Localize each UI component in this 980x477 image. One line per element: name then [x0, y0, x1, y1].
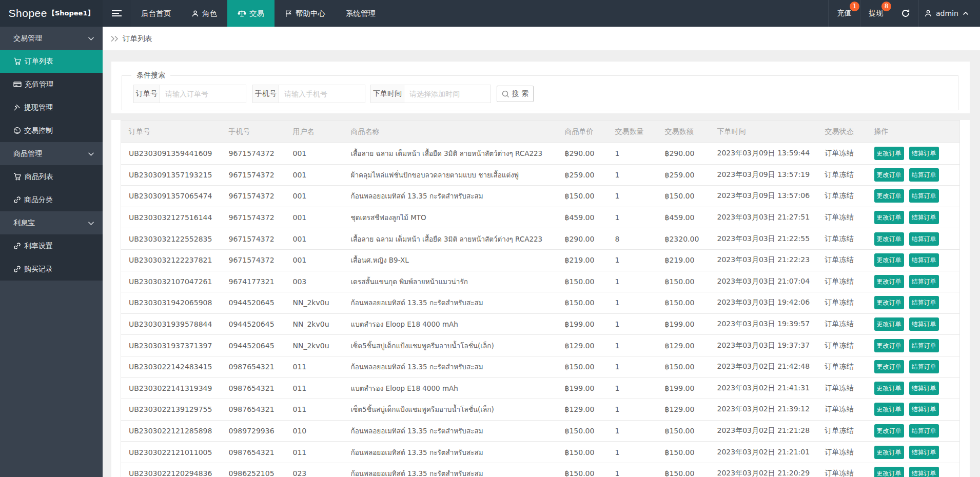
user-cell: 010 [285, 420, 343, 442]
settle-order-button[interactable]: 结算订单 [909, 232, 939, 246]
settle-order-button[interactable]: 结算订单 [909, 339, 939, 352]
refresh-button[interactable] [892, 0, 918, 27]
time-cell: 2023年03月03日 21:27:51 [710, 207, 817, 228]
modify-order-button[interactable]: 更改订单 [874, 232, 904, 246]
qty-cell: 1 [607, 420, 657, 442]
sidebar-item-商品分类[interactable]: 商品分类 [0, 188, 103, 211]
sidebar-item-充值管理[interactable]: 充值管理 [0, 73, 103, 96]
sidebar-item-利率设置[interactable]: 利率设置 [0, 234, 103, 257]
settle-order-button[interactable]: 结算订单 [909, 382, 939, 395]
nav-item-5[interactable]: 系统管理 [336, 0, 386, 27]
sidebar-item-商品列表[interactable]: 商品列表 [0, 165, 103, 188]
amount-cell: ฿290.00 [657, 143, 710, 165]
qty-cell: 1 [607, 186, 657, 207]
sidebar-group-1[interactable]: 交易管理 [0, 27, 103, 50]
status-cell: 订单冻结 [817, 143, 867, 165]
order-row: UB23030319395788440944520645NN_2kv0uแบตส… [121, 313, 960, 335]
link-icon [13, 242, 24, 250]
order-time-input[interactable] [404, 85, 491, 103]
order-no-cell: UB2303022142483415 [121, 356, 221, 377]
modify-order-button[interactable]: 更改订单 [874, 446, 904, 459]
settle-order-button[interactable]: 结算订单 [909, 189, 939, 203]
status-cell: 订单冻结 [817, 420, 867, 442]
qty-cell: 1 [607, 399, 657, 421]
product-cell: ชุดเดรสชีฟองลูกไม้ MTO [343, 207, 557, 228]
user-menu[interactable]: admin [918, 0, 980, 27]
modify-order-button[interactable]: 更改订单 [874, 189, 904, 203]
nav-item-1[interactable]: 后台首页 [131, 0, 181, 27]
modify-order-button[interactable]: 更改订单 [874, 253, 904, 267]
settle-order-button[interactable]: 结算订单 [909, 424, 939, 438]
order-no-input[interactable] [160, 85, 246, 103]
settle-order-button[interactable]: 结算订单 [909, 317, 939, 331]
withdraw-badge: 8 [881, 2, 891, 11]
column-header: 商品名称 [343, 121, 557, 143]
phone-input[interactable] [279, 85, 365, 103]
search-panel: 条件搜索 订单号 手机号 下单时间 搜 索 [111, 62, 970, 113]
qty-cell: 1 [607, 356, 657, 377]
settle-order-button[interactable]: 结算订单 [909, 296, 939, 309]
user-cell: 023 [285, 463, 343, 477]
modify-order-button[interactable]: 更改订单 [874, 317, 904, 331]
modify-order-button[interactable]: 更改订单 [874, 275, 904, 288]
nav-item-4[interactable]: 帮助中心 [275, 0, 336, 27]
order-no-cell: UB2303022121011005 [121, 442, 221, 463]
settle-order-button[interactable]: 结算订单 [909, 360, 939, 373]
modify-order-button[interactable]: 更改订单 [874, 360, 904, 373]
sidebar-group-3[interactable]: 利息宝 [0, 211, 103, 234]
search-button[interactable]: 搜 索 [497, 86, 534, 102]
modify-order-button[interactable]: 更改订单 [874, 296, 904, 309]
sidebar-item-提现管理[interactable]: 提现管理 [0, 96, 103, 119]
sidebar-item-交易控制[interactable]: 交易控制 [0, 119, 103, 142]
orders-table: 订单号手机号用户名商品名称商品单价交易数量交易数额下单时间交易状态操作 UB23… [121, 120, 960, 477]
actions-cell: 更改订单结算订单 [867, 356, 960, 377]
withdraw-nav-button[interactable]: 提现 8 [860, 0, 892, 27]
sidebar-group-2[interactable]: 商品管理 [0, 142, 103, 165]
cart-icon [13, 57, 25, 65]
modify-order-button[interactable]: 更改订单 [874, 467, 904, 477]
product-cell: ก้อนพลอยอเมทิสต์ 13.35 กะรัตสำหรับสะสม [343, 356, 557, 377]
modify-order-button[interactable]: 更改订单 [874, 147, 904, 160]
status-cell: 订单冻结 [817, 271, 867, 292]
sidebar-item-订单列表[interactable]: 订单列表 [0, 50, 103, 73]
search-fieldset: 条件搜索 订单号 手机号 下单时间 搜 索 [122, 71, 958, 110]
settle-order-button[interactable]: 结算订单 [909, 467, 939, 477]
modify-order-button[interactable]: 更改订单 [874, 403, 904, 416]
modify-order-button[interactable]: 更改订单 [874, 339, 904, 352]
nav-item-3[interactable]: 交易 [227, 0, 275, 27]
settle-order-button[interactable]: 结算订单 [909, 168, 939, 182]
price-cell: ฿290.00 [557, 228, 607, 250]
modify-order-button[interactable]: 更改订单 [874, 211, 904, 224]
settle-order-button[interactable]: 结算订单 [909, 147, 939, 160]
product-cell: แบตสำรอง Eloop E18 4000 mAh [343, 313, 557, 335]
recharge-nav-button[interactable]: 充值 1 [828, 0, 860, 27]
amount-cell: ฿150.00 [657, 271, 710, 292]
settle-order-button[interactable]: 结算订单 [909, 403, 939, 416]
top-navbar: Shopee 【Shopee1】 后台首页角色交易帮助中心系统管理 充值 1 提… [0, 0, 980, 27]
settle-order-button[interactable]: 结算订单 [909, 275, 939, 288]
nav-item-2[interactable]: 角色 [181, 0, 227, 27]
time-cell: 2023年03月02日 21:42:48 [710, 356, 817, 377]
status-cell: 订单冻结 [817, 442, 867, 463]
chevron-down-icon [88, 34, 94, 43]
sidebar-item-购买记录[interactable]: 购买记录 [0, 257, 103, 281]
modify-order-button[interactable]: 更改订单 [874, 424, 904, 438]
amount-cell: ฿459.00 [657, 207, 710, 228]
settle-order-button[interactable]: 结算订单 [909, 211, 939, 224]
order-no-cell: UB2303091357065474 [121, 186, 221, 207]
actions-cell: 更改订单结算订单 [867, 228, 960, 250]
gauge-icon [13, 127, 24, 134]
settle-order-button[interactable]: 结算订单 [909, 253, 939, 267]
order-row: UB23030221202948360986252105023ก้อนพลอยอ… [121, 463, 960, 477]
settle-order-button[interactable]: 结算订单 [909, 446, 939, 459]
product-cell: เซ็ต5ชิ้นสบู่เด็กแป้งแชมพูครีมอาบน้ำโลชั… [343, 335, 557, 356]
sidebar-toggle-button[interactable] [103, 0, 131, 27]
time-cell: 2023年03月09日 13:57:19 [710, 164, 817, 186]
modify-order-button[interactable]: 更改订单 [874, 382, 904, 395]
phone-cell: 0989729936 [221, 420, 285, 442]
order-no-cell: UB2303032122237821 [121, 249, 221, 271]
modify-order-button[interactable]: 更改订单 [874, 168, 904, 182]
status-cell: 订单冻结 [817, 207, 867, 228]
price-cell: ฿150.00 [557, 463, 607, 477]
breadcrumb-title: 订单列表 [123, 34, 152, 44]
